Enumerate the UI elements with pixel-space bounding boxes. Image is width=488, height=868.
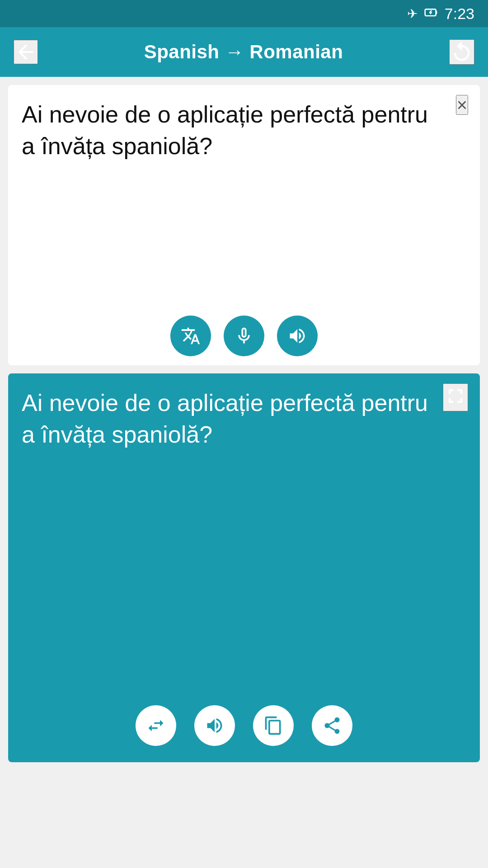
status-time: 7:23	[445, 5, 474, 23]
input-textarea[interactable]	[22, 99, 444, 309]
translate-button[interactable]	[170, 316, 211, 356]
toolbar: Spanish → Romanian	[0, 27, 488, 77]
translation-actions	[22, 699, 466, 753]
translation-text: Ai nevoie de o aplicație perfectă pentru…	[22, 387, 439, 699]
close-button[interactable]: ×	[456, 95, 468, 115]
svg-rect-1	[436, 11, 437, 14]
reset-button[interactable]	[449, 39, 474, 65]
input-actions	[22, 309, 466, 356]
copy-button[interactable]	[253, 705, 294, 746]
share-button[interactable]	[312, 705, 352, 746]
microphone-button[interactable]	[224, 316, 264, 356]
back-button[interactable]	[14, 40, 38, 64]
expand-button[interactable]	[443, 383, 468, 411]
airplane-icon: ✈	[407, 6, 418, 21]
battery-charging-icon	[424, 5, 438, 23]
volume-button[interactable]	[194, 705, 235, 746]
toolbar-title: Spanish → Romanian	[38, 41, 449, 63]
translation-card: Ai nevoie de o aplicație perfectă pentru…	[8, 373, 480, 762]
input-card: ×	[8, 85, 480, 365]
speaker-button[interactable]	[277, 316, 318, 356]
status-bar: ✈ 7:23	[0, 0, 488, 27]
swap-button[interactable]	[136, 705, 176, 746]
